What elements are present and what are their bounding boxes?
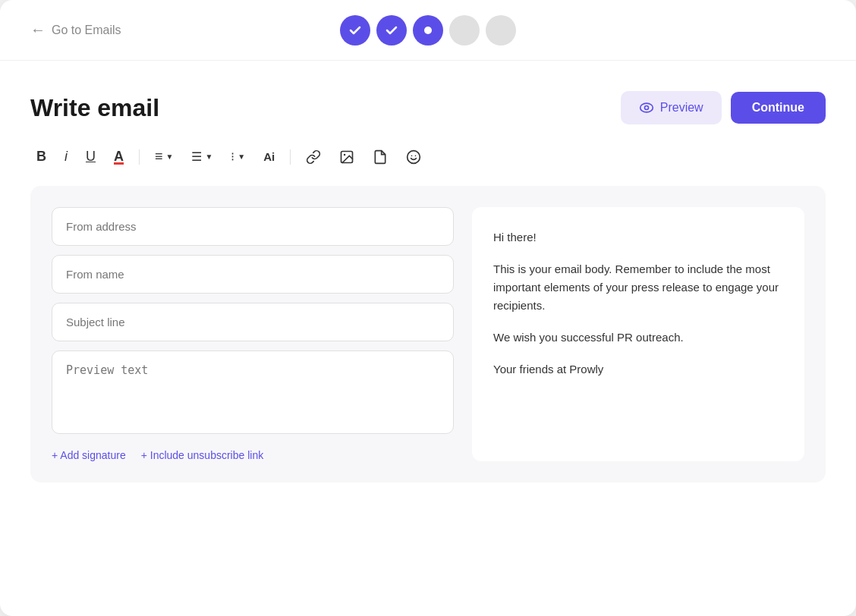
text-color-icon: A bbox=[114, 149, 124, 165]
unordered-list-button[interactable]: ⁝ ▼ bbox=[228, 146, 248, 167]
text-color-button[interactable]: A bbox=[111, 146, 127, 168]
toolbar-divider-1 bbox=[139, 149, 140, 165]
file-icon bbox=[373, 149, 388, 165]
emoji-icon bbox=[406, 149, 421, 165]
svg-point-7 bbox=[415, 155, 417, 156]
continue-button[interactable]: Continue bbox=[731, 92, 826, 124]
include-unsubscribe-button[interactable]: + Include unsubscribe link bbox=[141, 449, 264, 461]
ordered-list-icon: ☰ bbox=[191, 149, 202, 164]
continue-label: Continue bbox=[752, 101, 804, 114]
link-actions: + Add signature + Include unsubscribe li… bbox=[52, 449, 454, 461]
right-panel: Hi there! This is your email body. Remem… bbox=[472, 207, 804, 461]
email-signature: Your friends at Prowly bbox=[493, 360, 783, 379]
preview-label: Preview bbox=[660, 101, 703, 115]
toolbar-divider-2 bbox=[290, 149, 291, 165]
step-5[interactable] bbox=[486, 15, 516, 46]
add-signature-label: + Add signature bbox=[52, 449, 126, 461]
page-title: Write email bbox=[30, 94, 159, 122]
ai-button[interactable]: Ai bbox=[260, 147, 278, 166]
svg-point-5 bbox=[408, 150, 420, 163]
subject-line-input[interactable] bbox=[52, 303, 454, 341]
step-2[interactable] bbox=[376, 15, 407, 46]
back-arrow-icon: ← bbox=[30, 21, 46, 39]
preview-button[interactable]: Preview bbox=[621, 91, 722, 124]
bold-button[interactable]: B bbox=[33, 146, 49, 168]
bold-icon: B bbox=[36, 149, 46, 165]
header: ← Go to Emails bbox=[0, 0, 856, 61]
step-4[interactable] bbox=[449, 15, 480, 46]
eye-icon bbox=[639, 100, 654, 115]
email-preview: Hi there! This is your email body. Remem… bbox=[493, 228, 783, 379]
left-panel: + Add signature + Include unsubscribe li… bbox=[52, 207, 454, 461]
svg-point-2 bbox=[644, 106, 648, 110]
ordered-list-chevron: ▼ bbox=[205, 152, 212, 161]
editor-area: + Add signature + Include unsubscribe li… bbox=[30, 186, 826, 482]
svg-point-6 bbox=[411, 155, 413, 156]
file-button[interactable] bbox=[370, 146, 391, 168]
back-label: Go to Emails bbox=[52, 24, 121, 37]
link-button[interactable] bbox=[303, 146, 324, 168]
unordered-list-chevron: ▼ bbox=[238, 152, 245, 161]
main-content: Write email Preview Continue B bbox=[0, 61, 856, 616]
from-address-input[interactable] bbox=[52, 207, 454, 246]
align-icon: ≡ bbox=[155, 149, 163, 165]
ai-icon: Ai bbox=[263, 150, 275, 163]
image-icon bbox=[339, 149, 354, 165]
app-window: ← Go to Emails Write email bbox=[0, 0, 856, 616]
svg-point-0 bbox=[424, 27, 432, 34]
emoji-button[interactable] bbox=[403, 146, 424, 168]
preview-text-input[interactable] bbox=[52, 350, 454, 434]
page-header: Write email Preview Continue bbox=[30, 91, 826, 124]
ordered-list-button[interactable]: ☰ ▼ bbox=[188, 146, 216, 167]
svg-point-1 bbox=[640, 103, 653, 112]
align-chevron: ▼ bbox=[166, 152, 174, 161]
toolbar: B i U A ≡ ▼ ☰ ▼ ⁝ ▼ bbox=[30, 146, 826, 168]
svg-point-4 bbox=[344, 153, 346, 156]
from-name-input[interactable] bbox=[52, 255, 454, 294]
email-body: This is your email body. Remember to inc… bbox=[493, 260, 783, 315]
add-signature-button[interactable]: + Add signature bbox=[52, 449, 126, 461]
email-greeting: Hi there! bbox=[493, 228, 783, 247]
step-3[interactable] bbox=[413, 15, 443, 46]
italic-button[interactable]: i bbox=[61, 146, 71, 168]
include-unsubscribe-label: + Include unsubscribe link bbox=[141, 449, 264, 461]
image-button[interactable] bbox=[336, 146, 357, 168]
step-indicators bbox=[340, 15, 516, 46]
align-button[interactable]: ≡ ▼ bbox=[152, 146, 176, 168]
link-icon bbox=[306, 149, 321, 165]
email-closing: We wish you successful PR outreach. bbox=[493, 328, 783, 347]
header-actions: Preview Continue bbox=[621, 91, 826, 124]
underline-icon: U bbox=[86, 149, 96, 165]
back-nav[interactable]: ← Go to Emails bbox=[30, 21, 121, 39]
unordered-list-icon: ⁝ bbox=[231, 149, 234, 164]
step-1[interactable] bbox=[340, 15, 370, 46]
italic-icon: i bbox=[65, 149, 68, 165]
underline-button[interactable]: U bbox=[83, 146, 99, 168]
